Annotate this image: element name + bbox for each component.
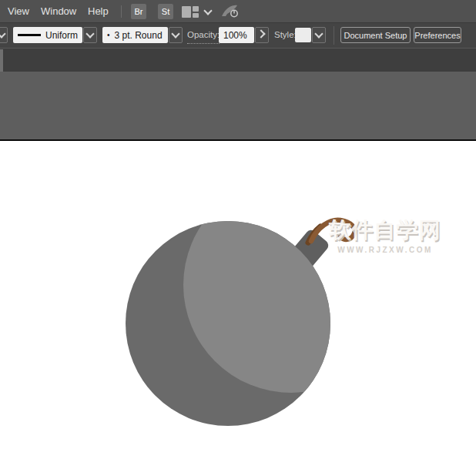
document-setup-button[interactable]: Document Setup — [340, 27, 411, 43]
menu-bar: View Window Help Br St — [0, 0, 476, 23]
chevron-right-icon — [256, 29, 265, 38]
style-swatch[interactable] — [295, 28, 311, 42]
cloud-power-icon[interactable] — [220, 4, 239, 19]
width-profile-select[interactable]: Uniform — [13, 27, 82, 43]
preferences-button[interactable]: Preferences — [414, 27, 461, 43]
preferences-label: Preferences — [414, 31, 460, 40]
brush-select[interactable]: • 3 pt. Round — [102, 27, 168, 43]
stroke-preview-icon — [18, 34, 41, 36]
brush-dropdown-button[interactable] — [169, 27, 183, 43]
menu-view[interactable]: View — [8, 0, 29, 23]
chevron-down-icon[interactable] — [203, 6, 212, 15]
stock-button[interactable]: St — [158, 4, 173, 19]
bomb-artwork[interactable] — [0, 141, 476, 459]
opacity-expand-button[interactable] — [255, 27, 269, 43]
style-label: Style: — [274, 27, 297, 43]
artboard-canvas[interactable]: 软件自学网 WWW.RJZXW.COM — [0, 141, 476, 459]
bridge-button[interactable]: Br — [131, 4, 146, 19]
control-bar-separator — [334, 26, 334, 45]
bomb-highlight — [183, 177, 399, 393]
chevron-down-icon — [0, 29, 5, 38]
opacity-value: 100% — [223, 30, 247, 41]
menubar-separator — [121, 5, 122, 18]
pasteboard — [0, 72, 476, 139]
width-profile-dropdown-button[interactable] — [83, 27, 97, 43]
chevron-down-icon — [314, 29, 323, 38]
illustrator-window: View Window Help Br St Uniform — [0, 0, 476, 459]
width-profile-value: Uniform — [45, 30, 78, 41]
control-bar: Uniform • 3 pt. Round Opacity: 100% Styl… — [0, 23, 476, 48]
document-setup-label: Document Setup — [344, 31, 407, 40]
style-dropdown-button[interactable] — [312, 27, 326, 43]
tab-strip-notch — [0, 49, 3, 72]
workspace-switcher-icon[interactable] — [182, 6, 199, 18]
menu-help[interactable]: Help — [88, 0, 109, 23]
menu-window[interactable]: Window — [41, 0, 76, 23]
opacity-input[interactable]: 100% — [219, 27, 254, 43]
variable-width-profile-stub[interactable] — [0, 27, 8, 43]
opacity-label[interactable]: Opacity: — [187, 27, 220, 44]
chevron-down-icon — [85, 29, 94, 38]
chevron-down-icon — [171, 29, 179, 38]
brush-preview-icon: • — [107, 27, 110, 43]
brush-value: 3 pt. Round — [115, 30, 163, 41]
document-tab-strip — [0, 48, 476, 72]
